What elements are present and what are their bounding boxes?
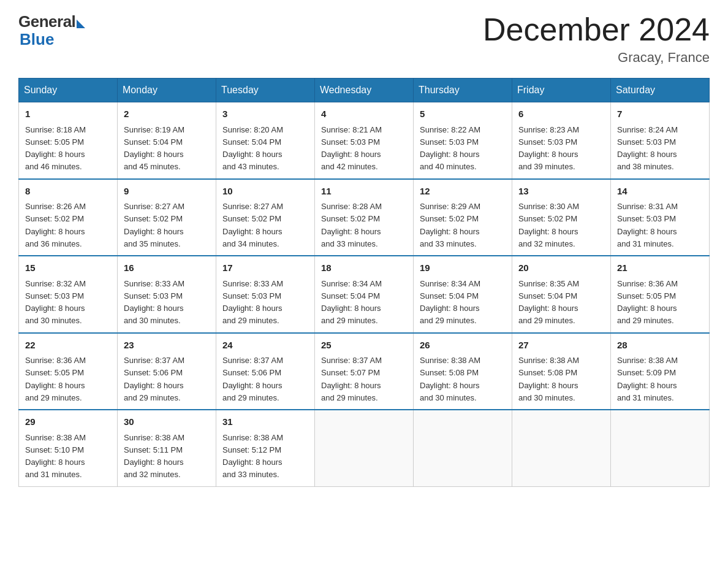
day-number: 26 xyxy=(420,339,506,353)
table-row: 16 Sunrise: 8:33 AMSunset: 5:03 PMDaylig… xyxy=(118,256,216,333)
day-info: Sunrise: 8:29 AMSunset: 5:02 PMDaylight:… xyxy=(420,202,480,248)
col-monday: Monday xyxy=(118,79,216,102)
table-row: 5 Sunrise: 8:22 AMSunset: 5:03 PMDayligh… xyxy=(414,102,512,179)
day-info: Sunrise: 8:23 AMSunset: 5:03 PMDaylight:… xyxy=(518,125,579,172)
day-number: 7 xyxy=(617,107,703,121)
month-title: December 2024 xyxy=(483,12,710,47)
table-row: 15 Sunrise: 8:32 AMSunset: 5:03 PMDaylig… xyxy=(19,256,118,333)
day-info: Sunrise: 8:37 AMSunset: 5:07 PMDaylight:… xyxy=(321,356,382,402)
calendar-table: Sunday Monday Tuesday Wednesday Thursday… xyxy=(18,78,710,487)
calendar-header-row: Sunday Monday Tuesday Wednesday Thursday… xyxy=(19,79,710,102)
day-number: 14 xyxy=(617,185,703,199)
table-row: 4 Sunrise: 8:21 AMSunset: 5:03 PMDayligh… xyxy=(315,102,414,179)
day-number: 30 xyxy=(124,415,210,429)
day-number: 18 xyxy=(321,261,407,275)
day-number: 10 xyxy=(222,185,308,199)
calendar-week-1: 1 Sunrise: 8:18 AMSunset: 5:05 PMDayligh… xyxy=(19,102,710,179)
day-number: 5 xyxy=(420,107,506,121)
table-row xyxy=(414,410,512,486)
table-row: 11 Sunrise: 8:28 AMSunset: 5:02 PMDaylig… xyxy=(315,179,414,256)
day-info: Sunrise: 8:38 AMSunset: 5:08 PMDaylight:… xyxy=(518,356,579,402)
day-info: Sunrise: 8:21 AMSunset: 5:03 PMDaylight:… xyxy=(321,125,382,172)
location-label: Gracay, France xyxy=(483,50,710,66)
day-info: Sunrise: 8:34 AMSunset: 5:04 PMDaylight:… xyxy=(321,279,382,326)
day-number: 3 xyxy=(222,107,308,121)
table-row: 14 Sunrise: 8:31 AMSunset: 5:03 PMDaylig… xyxy=(611,179,710,256)
day-number: 15 xyxy=(25,261,111,275)
page-header: General Blue December 2024 Gracay, Franc… xyxy=(18,12,710,66)
logo-blue-text: Blue xyxy=(20,30,54,49)
table-row: 3 Sunrise: 8:20 AMSunset: 5:04 PMDayligh… xyxy=(216,102,315,179)
table-row: 21 Sunrise: 8:36 AMSunset: 5:05 PMDaylig… xyxy=(611,256,710,333)
day-number: 12 xyxy=(420,185,506,199)
day-info: Sunrise: 8:27 AMSunset: 5:02 PMDaylight:… xyxy=(124,202,184,248)
col-thursday: Thursday xyxy=(414,79,512,102)
table-row: 22 Sunrise: 8:36 AMSunset: 5:05 PMDaylig… xyxy=(19,333,118,410)
day-number: 20 xyxy=(518,261,604,275)
day-number: 23 xyxy=(124,339,210,353)
day-info: Sunrise: 8:22 AMSunset: 5:03 PMDaylight:… xyxy=(420,125,480,172)
day-info: Sunrise: 8:38 AMSunset: 5:12 PMDaylight:… xyxy=(222,433,283,480)
day-number: 4 xyxy=(321,107,407,121)
day-info: Sunrise: 8:28 AMSunset: 5:02 PMDaylight:… xyxy=(321,202,382,248)
table-row: 13 Sunrise: 8:30 AMSunset: 5:02 PMDaylig… xyxy=(512,179,611,256)
day-number: 9 xyxy=(124,185,210,199)
day-number: 27 xyxy=(518,339,604,353)
table-row: 23 Sunrise: 8:37 AMSunset: 5:06 PMDaylig… xyxy=(118,333,216,410)
logo-triangle-icon xyxy=(77,20,85,28)
table-row: 6 Sunrise: 8:23 AMSunset: 5:03 PMDayligh… xyxy=(512,102,611,179)
table-row: 27 Sunrise: 8:38 AMSunset: 5:08 PMDaylig… xyxy=(512,333,611,410)
table-row: 12 Sunrise: 8:29 AMSunset: 5:02 PMDaylig… xyxy=(414,179,512,256)
day-info: Sunrise: 8:36 AMSunset: 5:05 PMDaylight:… xyxy=(617,279,678,326)
calendar-week-3: 15 Sunrise: 8:32 AMSunset: 5:03 PMDaylig… xyxy=(19,256,710,333)
day-number: 29 xyxy=(25,415,111,429)
day-info: Sunrise: 8:20 AMSunset: 5:04 PMDaylight:… xyxy=(222,125,283,172)
day-info: Sunrise: 8:32 AMSunset: 5:03 PMDaylight:… xyxy=(25,279,86,326)
day-number: 17 xyxy=(222,261,308,275)
day-info: Sunrise: 8:33 AMSunset: 5:03 PMDaylight:… xyxy=(222,279,283,326)
table-row: 8 Sunrise: 8:26 AMSunset: 5:02 PMDayligh… xyxy=(19,179,118,256)
col-wednesday: Wednesday xyxy=(315,79,414,102)
day-info: Sunrise: 8:38 AMSunset: 5:11 PMDaylight:… xyxy=(124,433,184,480)
table-row: 24 Sunrise: 8:37 AMSunset: 5:06 PMDaylig… xyxy=(216,333,315,410)
day-number: 25 xyxy=(321,339,407,353)
day-info: Sunrise: 8:31 AMSunset: 5:03 PMDaylight:… xyxy=(617,202,678,248)
day-info: Sunrise: 8:38 AMSunset: 5:09 PMDaylight:… xyxy=(617,356,678,402)
table-row: 25 Sunrise: 8:37 AMSunset: 5:07 PMDaylig… xyxy=(315,333,414,410)
day-number: 11 xyxy=(321,185,407,199)
calendar-week-5: 29 Sunrise: 8:38 AMSunset: 5:10 PMDaylig… xyxy=(19,410,710,486)
title-section: December 2024 Gracay, France xyxy=(483,12,710,66)
day-number: 8 xyxy=(25,185,111,199)
day-info: Sunrise: 8:36 AMSunset: 5:05 PMDaylight:… xyxy=(25,356,86,402)
table-row: 10 Sunrise: 8:27 AMSunset: 5:02 PMDaylig… xyxy=(216,179,315,256)
col-sunday: Sunday xyxy=(19,79,118,102)
table-row: 7 Sunrise: 8:24 AMSunset: 5:03 PMDayligh… xyxy=(611,102,710,179)
day-info: Sunrise: 8:24 AMSunset: 5:03 PMDaylight:… xyxy=(617,125,678,172)
day-info: Sunrise: 8:19 AMSunset: 5:04 PMDaylight:… xyxy=(124,125,184,172)
table-row: 29 Sunrise: 8:38 AMSunset: 5:10 PMDaylig… xyxy=(19,410,118,486)
table-row: 20 Sunrise: 8:35 AMSunset: 5:04 PMDaylig… xyxy=(512,256,611,333)
col-friday: Friday xyxy=(512,79,611,102)
day-number: 19 xyxy=(420,261,506,275)
day-number: 13 xyxy=(518,185,604,199)
day-number: 6 xyxy=(518,107,604,121)
day-number: 31 xyxy=(222,415,308,429)
day-number: 21 xyxy=(617,261,703,275)
table-row: 31 Sunrise: 8:38 AMSunset: 5:12 PMDaylig… xyxy=(216,410,315,486)
day-info: Sunrise: 8:37 AMSunset: 5:06 PMDaylight:… xyxy=(222,356,283,402)
col-saturday: Saturday xyxy=(611,79,710,102)
day-info: Sunrise: 8:18 AMSunset: 5:05 PMDaylight:… xyxy=(25,125,86,172)
day-number: 24 xyxy=(222,339,308,353)
calendar-week-2: 8 Sunrise: 8:26 AMSunset: 5:02 PMDayligh… xyxy=(19,179,710,256)
day-number: 2 xyxy=(124,107,210,121)
table-row xyxy=(512,410,611,486)
day-info: Sunrise: 8:26 AMSunset: 5:02 PMDaylight:… xyxy=(25,202,86,248)
day-number: 22 xyxy=(25,339,111,353)
day-info: Sunrise: 8:30 AMSunset: 5:02 PMDaylight:… xyxy=(518,202,579,248)
table-row: 19 Sunrise: 8:34 AMSunset: 5:04 PMDaylig… xyxy=(414,256,512,333)
day-number: 28 xyxy=(617,339,703,353)
day-info: Sunrise: 8:27 AMSunset: 5:02 PMDaylight:… xyxy=(222,202,283,248)
calendar-week-4: 22 Sunrise: 8:36 AMSunset: 5:05 PMDaylig… xyxy=(19,333,710,410)
col-tuesday: Tuesday xyxy=(216,79,315,102)
day-info: Sunrise: 8:34 AMSunset: 5:04 PMDaylight:… xyxy=(420,279,480,326)
